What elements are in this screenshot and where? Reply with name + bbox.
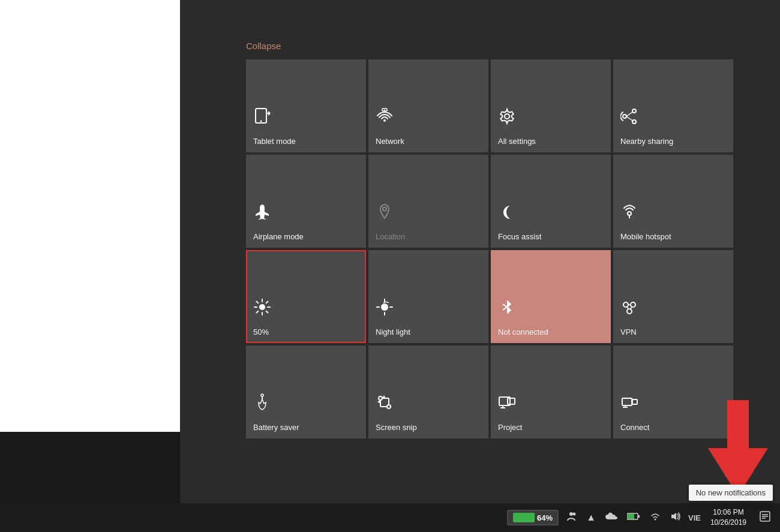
chevron-up-icon[interactable]: ▲ (584, 510, 598, 525)
svg-line-31 (503, 304, 507, 307)
tile-tablet-mode[interactable]: Tablet mode (246, 59, 366, 152)
taskbar: 64% ▲ VIE (0, 503, 780, 532)
svg-point-17 (259, 304, 265, 310)
collapse-button[interactable]: Collapse (234, 30, 293, 59)
svg-point-34 (631, 302, 635, 307)
tile-focus-assist[interactable]: Focus assist (491, 155, 611, 248)
svg-line-13 (626, 116, 632, 121)
tile-screen-snip-label: Screen snip (376, 423, 417, 432)
svg-point-11 (623, 115, 626, 118)
battery-saver-icon (253, 393, 271, 413)
vpn-icon (620, 298, 638, 318)
svg-point-10 (632, 120, 636, 124)
svg-line-32 (503, 307, 507, 310)
connect-icon (620, 393, 638, 413)
mobile-hotspot-icon (620, 203, 638, 223)
svg-point-26 (381, 303, 388, 311)
people-icon[interactable] (563, 509, 579, 527)
svg-rect-59 (628, 514, 634, 519)
tile-nearby-sharing-label: Nearby sharing (620, 137, 673, 146)
svg-rect-52 (632, 399, 637, 404)
tile-night-light-label: Night light (376, 327, 410, 337)
notification-tooltip: No new notifications (689, 485, 773, 501)
tile-mobile-hotspot-label: Mobile hotspot (620, 232, 671, 242)
tile-location[interactable]: Location (368, 155, 488, 248)
tile-connect[interactable]: Connect (613, 345, 733, 438)
tile-network-label: Network (376, 137, 404, 146)
tile-tablet-mode-label: Tablet mode (253, 137, 296, 146)
svg-point-14 (383, 208, 386, 211)
screen-snip-icon (376, 393, 394, 413)
svg-point-1 (260, 121, 262, 122)
svg-rect-48 (508, 398, 515, 404)
tile-project-label: Project (498, 423, 522, 432)
tile-mobile-hotspot[interactable]: Mobile hotspot (613, 155, 733, 248)
tile-airplane-mode-label: Airplane mode (253, 232, 304, 242)
brightness-icon (253, 298, 271, 318)
tile-battery-saver-label: Battery saver (253, 423, 299, 432)
volume-icon[interactable] (668, 509, 683, 526)
notification-button[interactable] (756, 509, 774, 527)
clock-area[interactable]: 10:06 PM 10/26/2019 (706, 507, 751, 528)
network-icon (376, 107, 394, 127)
bluetooth-icon (498, 298, 516, 318)
svg-line-23 (266, 311, 268, 313)
tile-project[interactable]: Project (491, 345, 611, 438)
tile-vpn-label: VPN (620, 327, 637, 337)
tile-all-settings[interactable]: All settings (491, 59, 611, 152)
tile-night-light[interactable]: Night light (368, 250, 488, 343)
svg-line-37 (627, 306, 628, 309)
white-area (0, 0, 186, 432)
battery-fill (513, 513, 535, 522)
date-display: 10/26/2019 (710, 518, 746, 528)
svg-rect-51 (622, 398, 632, 405)
battery-icon-taskbar (625, 510, 643, 525)
time-display: 10:06 PM (713, 507, 743, 518)
svg-point-33 (623, 302, 628, 307)
svg-point-41 (379, 396, 382, 400)
svg-point-35 (627, 309, 632, 314)
wifi-icon[interactable] (647, 510, 663, 525)
tile-battery-saver[interactable]: Battery saver (246, 345, 366, 438)
night-light-icon (376, 298, 394, 318)
settings-icon (498, 107, 516, 127)
tile-not-connected-label: Not connected (498, 327, 548, 337)
tile-airplane-mode[interactable]: Airplane mode (246, 155, 366, 248)
tile-not-connected[interactable]: Not connected (491, 250, 611, 343)
svg-line-22 (257, 302, 259, 303)
svg-line-24 (266, 302, 268, 303)
cloud-icon[interactable] (603, 510, 620, 525)
svg-point-5 (383, 119, 386, 122)
svg-line-25 (257, 311, 259, 313)
location-icon (376, 203, 394, 223)
svg-point-9 (632, 109, 636, 113)
tile-location-label: Location (376, 232, 405, 242)
battery-percent: 64% (537, 513, 553, 522)
svg-point-56 (569, 512, 573, 516)
svg-point-15 (628, 212, 631, 215)
battery-indicator: 64% (507, 510, 559, 525)
project-icon (498, 393, 516, 413)
action-center: Collapse Tablet mode (234, 30, 756, 450)
svg-point-39 (261, 394, 263, 396)
svg-rect-60 (638, 515, 640, 518)
tile-brightness[interactable]: 50% (246, 250, 366, 343)
svg-point-57 (573, 513, 576, 516)
tiles-grid: Tablet mode Network (234, 59, 756, 438)
tile-screen-snip[interactable]: Screen snip (368, 345, 488, 438)
tablet-mode-icon (253, 107, 271, 127)
focus-assist-icon (498, 203, 516, 223)
svg-point-8 (505, 114, 509, 119)
svg-point-42 (387, 405, 391, 408)
nearby-sharing-icon (620, 107, 638, 127)
tile-network[interactable]: Network (368, 59, 488, 152)
tile-all-settings-label: All settings (498, 137, 536, 146)
tile-connect-label: Connect (620, 423, 649, 432)
airplane-icon (253, 203, 271, 223)
tile-nearby-sharing[interactable]: Nearby sharing (613, 59, 733, 152)
tile-vpn[interactable]: VPN (613, 250, 733, 343)
language-indicator[interactable]: VIE (688, 513, 701, 522)
tile-focus-assist-label: Focus assist (498, 232, 541, 242)
svg-line-38 (631, 306, 632, 309)
red-arrow-shaft (727, 400, 749, 454)
